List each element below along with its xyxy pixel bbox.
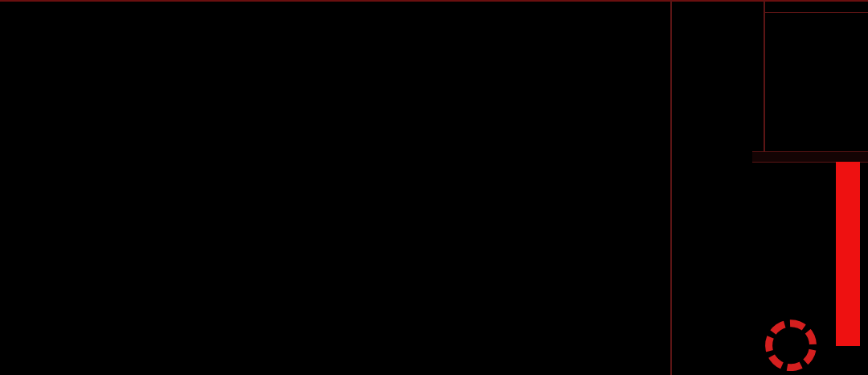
watermark-gear-icon: [765, 319, 817, 372]
tick-list-header[interactable]: [752, 151, 868, 163]
trading-terminal: [0, 0, 868, 375]
title-underline: [765, 12, 868, 13]
order-book: [672, 0, 764, 193]
quote-panel: [765, 14, 868, 151]
kline-chart[interactable]: [0, 0, 670, 375]
watermark: [732, 307, 868, 375]
